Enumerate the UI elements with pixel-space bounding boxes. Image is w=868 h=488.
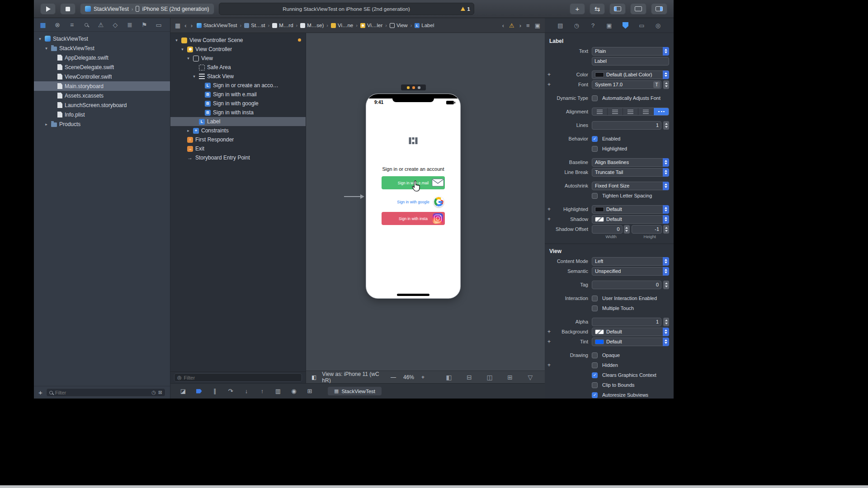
recents-icon[interactable]: ◷ xyxy=(151,389,156,395)
autoresize-subviews-checkbox[interactable]: ✓ xyxy=(592,392,598,398)
step-into-icon[interactable]: ↓ xyxy=(240,388,253,394)
stepper[interactable] xyxy=(663,281,669,289)
outline-filter-input[interactable] xyxy=(184,375,299,380)
multiple-touch-checkbox[interactable]: ✓ xyxy=(592,305,598,311)
outline-row-safe-area[interactable]: Safe Area xyxy=(170,63,306,72)
file-row-stackviewtest[interactable]: ▾StackViewTest xyxy=(34,43,170,53)
resize-knob[interactable] xyxy=(409,137,411,140)
quick-help-inspector-icon[interactable]: ? xyxy=(586,22,600,29)
breadcrumb-label[interactable]: LLabel xyxy=(415,23,434,28)
back-button[interactable]: ‹ xyxy=(184,22,186,29)
stepper[interactable] xyxy=(663,318,669,326)
environment-overrides-icon[interactable]: ⊞ xyxy=(303,388,316,394)
exit-dock-icon[interactable] xyxy=(418,86,420,89)
background-popup[interactable]: Default xyxy=(592,328,669,336)
test-navigator-icon[interactable]: ◇ xyxy=(108,21,123,28)
highlighted-popup[interactable]: Default xyxy=(592,205,669,214)
resolve-autolayout-icon[interactable]: ▽ xyxy=(523,374,538,381)
view-hierarchy-icon[interactable]: ▥ xyxy=(272,388,284,394)
identity-inspector-icon[interactable]: ▣ xyxy=(603,22,616,29)
add-attribute-button[interactable]: + xyxy=(547,338,554,345)
alignment-segment-0[interactable] xyxy=(592,108,608,115)
breadcrumb-view[interactable]: View xyxy=(390,23,408,28)
file-row-viewcontroller-swift[interactable]: ViewController.swift xyxy=(34,72,170,81)
outline-row-sign-in-with-google[interactable]: BSign in with google xyxy=(170,99,306,108)
stepper[interactable] xyxy=(663,80,669,89)
text-popup[interactable]: Plain xyxy=(592,47,669,56)
stepper[interactable] xyxy=(663,121,669,130)
disclosure-triangle[interactable]: ▾ xyxy=(44,46,49,51)
add-attribute-button[interactable]: + xyxy=(547,71,554,78)
adjust-editor-icon[interactable]: ◧ xyxy=(442,374,456,381)
scm-filter-icon[interactable]: ⊠ xyxy=(158,389,162,395)
add-file-button[interactable]: + xyxy=(38,389,42,396)
attributes-inspector-icon[interactable] xyxy=(619,22,632,29)
signin-heading[interactable]: Sign in or create an account xyxy=(366,166,460,172)
shadow-popup[interactable]: Default xyxy=(592,215,669,224)
value-field[interactable] xyxy=(592,318,661,326)
text-value-field[interactable] xyxy=(592,57,669,66)
clears-graphics-context-checkbox[interactable]: ✓ xyxy=(592,372,598,378)
outline-row-constraints[interactable]: ▸+Constraints xyxy=(170,126,306,135)
file-row-scenedelegate-swift[interactable]: SceneDelegate.swift xyxy=(34,62,170,72)
find-navigator-icon[interactable] xyxy=(79,23,94,27)
device-preview[interactable]: 9:41 Sign in or create an account Sign i… xyxy=(366,94,460,298)
view-as-label[interactable]: View as: iPhone 11 (wC hR) xyxy=(322,371,385,384)
add-attribute-button[interactable]: + xyxy=(547,81,554,88)
breadcrumb-vi-ne[interactable]: Vi…ne xyxy=(331,23,353,28)
color-popup[interactable]: Default (Label Color) xyxy=(592,70,669,79)
line-break-popup[interactable]: Truncate Tail xyxy=(592,168,669,177)
first-responder-dock-icon[interactable] xyxy=(412,86,415,89)
font-picker-button[interactable]: T xyxy=(653,81,660,88)
symbol-navigator-icon[interactable]: ≡ xyxy=(65,21,79,28)
alignment-segment-4[interactable] xyxy=(654,108,669,115)
inspector-panel-toggle[interactable] xyxy=(651,3,667,14)
align-icon[interactable]: ◫ xyxy=(482,374,497,381)
editor-options-icon[interactable]: ≡ xyxy=(526,22,530,29)
autoshrink-popup[interactable]: Fixed Font Size xyxy=(592,182,669,190)
google-signin-button[interactable]: Sign in with google xyxy=(382,197,445,207)
file-row-stackviewtest[interactable]: ▾StackViewTest xyxy=(34,34,170,43)
breadcrumb-st-st[interactable]: St…st xyxy=(244,23,265,28)
clip-to-bounds-checkbox[interactable]: ✓ xyxy=(592,382,598,388)
enabled-checkbox[interactable]: ✓ xyxy=(592,136,598,142)
file-row-appdelegate-swift[interactable]: AppDelegate.swift xyxy=(34,53,170,62)
process-tab[interactable]: ▦ StackViewTest xyxy=(328,387,382,395)
stop-button[interactable] xyxy=(60,3,75,14)
file-row-products[interactable]: ▸Products xyxy=(34,119,170,129)
forward-button[interactable]: › xyxy=(191,22,193,29)
file-row-main-storyboard[interactable]: Main.storyboard xyxy=(34,81,170,91)
editor-layout-button[interactable]: ⇆ xyxy=(590,3,605,14)
scheme-selector[interactable]: StackViewTest › iPhone SE (2nd generatio… xyxy=(80,3,214,14)
outline-row-view[interactable]: ▾View xyxy=(170,54,306,63)
user-interaction-enabled-checkbox[interactable]: ✓ xyxy=(592,296,598,301)
outline-row-label[interactable]: LLabel xyxy=(170,117,306,126)
size-inspector-icon[interactable]: ▭ xyxy=(635,22,649,29)
alignment-segment-1[interactable] xyxy=(608,108,623,115)
breadcrumb-vi-ler[interactable]: Vi…ler xyxy=(360,23,382,28)
debug-navigator-icon[interactable]: ≣ xyxy=(123,21,137,28)
baseline-popup[interactable]: Align Baselines xyxy=(592,158,669,167)
selected-label-handles[interactable] xyxy=(409,137,418,144)
highlighted-checkbox[interactable]: ✓ xyxy=(592,146,598,152)
breakpoint-navigator-icon[interactable]: ⚑ xyxy=(137,21,151,28)
value-field[interactable] xyxy=(592,281,661,289)
related-items-icon[interactable]: ▦ xyxy=(175,22,180,29)
outline-row-storyboard-entry-point[interactable]: →Storyboard Entry Point xyxy=(170,153,306,162)
tint-popup[interactable]: Default xyxy=(592,338,669,346)
outline-row-first-responder[interactable]: ↑First Responder xyxy=(170,135,306,144)
source-control-navigator-icon[interactable]: ⊗ xyxy=(50,21,65,28)
semantic-popup[interactable]: Unspecified xyxy=(592,267,669,276)
storyboard-canvas[interactable]: 9:41 Sign in or create an account Sign i… xyxy=(306,33,545,383)
value-field[interactable] xyxy=(592,121,661,130)
file-row-launchscreen-storyboard[interactable]: LaunchScreen.storyboard xyxy=(34,100,170,110)
memory-graph-icon[interactable]: ◉ xyxy=(288,388,300,394)
connections-inspector-icon[interactable]: ◎ xyxy=(651,22,665,29)
add-attribute-button[interactable]: + xyxy=(547,362,554,368)
storyboard-entry-arrow[interactable] xyxy=(344,194,365,199)
zoom-level[interactable]: 46% xyxy=(403,374,414,380)
scene-dock[interactable] xyxy=(401,84,426,90)
add-attribute-button[interactable]: + xyxy=(547,206,554,212)
disclosure-triangle[interactable]: ▸ xyxy=(186,128,191,133)
step-over-icon[interactable]: ↷ xyxy=(224,388,237,394)
